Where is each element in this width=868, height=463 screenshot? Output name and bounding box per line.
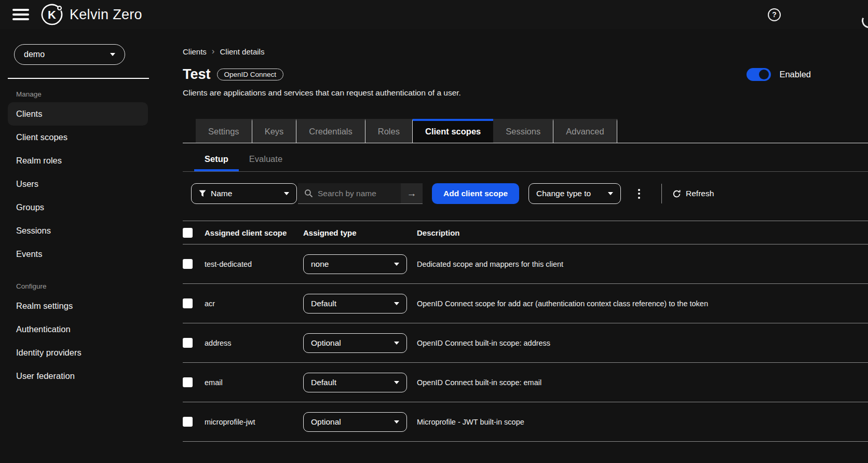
row-checkbox[interactable] xyxy=(183,417,193,427)
col-assigned-type: Assigned type xyxy=(303,228,417,237)
sidebar-item-client-scopes[interactable]: Client scopes xyxy=(8,126,148,149)
scope-description: Dedicated scope and mappers for this cli… xyxy=(417,260,868,268)
tab-roles[interactable]: Roles xyxy=(365,119,413,143)
chevron-down-icon xyxy=(394,302,399,305)
search-placeholder: Search by name xyxy=(318,189,376,198)
toggle-knob xyxy=(759,70,769,79)
app-header: K Kelvin Zero ? xyxy=(0,0,868,29)
sidebar-item-groups[interactable]: Groups xyxy=(8,196,148,219)
sidebar-item-realm-settings[interactable]: Realm settings xyxy=(8,294,148,318)
page-description: Clients are applications and services th… xyxy=(183,88,868,98)
sidebar-item-events[interactable]: Events xyxy=(8,242,148,266)
row-checkbox[interactable] xyxy=(183,338,193,348)
realm-selector-value: demo xyxy=(24,50,45,59)
assigned-type-value: Default xyxy=(311,378,336,387)
tab-keys[interactable]: Keys xyxy=(252,119,297,143)
scope-name-link[interactable]: email xyxy=(205,378,303,387)
row-checkbox[interactable] xyxy=(183,298,193,308)
scope-name-link[interactable]: address xyxy=(205,339,303,347)
sidebar: demo Manage Clients Client scopes Realm … xyxy=(0,29,171,463)
search-input[interactable]: Search by name xyxy=(298,183,401,204)
subtab-evaluate[interactable]: Evaluate xyxy=(239,151,293,171)
sidebar-item-realm-roles[interactable]: Realm roles xyxy=(8,149,148,172)
refresh-icon xyxy=(672,189,681,198)
search-submit-button[interactable]: → xyxy=(401,183,423,204)
sidebar-item-sessions[interactable]: Sessions xyxy=(8,219,148,242)
assigned-type-value: none xyxy=(311,260,329,269)
table-row: test-dedicated none Dedicated scope and … xyxy=(183,244,868,284)
assigned-type-dropdown[interactable]: Default xyxy=(303,294,407,314)
col-description: Description xyxy=(417,228,868,237)
enabled-toggle[interactable] xyxy=(747,68,771,81)
sidebar-item-clients[interactable]: Clients xyxy=(8,102,148,126)
assigned-type-value: Default xyxy=(311,299,336,308)
filter-icon xyxy=(199,190,206,197)
breadcrumb-separator-icon: › xyxy=(212,46,215,57)
col-assigned-client-scope: Assigned client scope xyxy=(205,228,303,237)
assigned-type-value: Optional xyxy=(311,417,341,427)
assigned-type-dropdown[interactable]: Optional xyxy=(303,333,407,353)
scope-name-link[interactable]: acr xyxy=(205,299,303,308)
breadcrumb-current: Client details xyxy=(220,47,265,56)
refresh-button[interactable]: Refresh xyxy=(672,189,714,198)
realm-selector[interactable]: demo xyxy=(14,44,125,65)
add-client-scope-button[interactable]: Add client scope xyxy=(432,183,519,204)
client-detail-tabs: Settings Keys Credentials Roles Client s… xyxy=(183,119,868,143)
search-icon xyxy=(304,189,313,198)
table-toolbar: Name Search by name → Add client scope C… xyxy=(183,183,868,204)
arrow-right-icon: → xyxy=(407,188,417,199)
tab-advanced[interactable]: Advanced xyxy=(553,119,617,143)
main-content: Clients › Client details Test OpenID Con… xyxy=(171,29,868,463)
table-header-row: Assigned client scope Assigned type Desc… xyxy=(183,221,868,244)
sidebar-item-identity-providers[interactable]: Identity providers xyxy=(8,341,148,364)
change-type-label: Change type to xyxy=(536,189,591,198)
assigned-type-dropdown[interactable]: Optional xyxy=(303,412,407,432)
tab-client-scopes[interactable]: Client scopes xyxy=(413,119,493,143)
tab-sessions[interactable]: Sessions xyxy=(493,119,553,143)
enabled-label: Enabled xyxy=(779,70,811,79)
kebab-menu-icon[interactable] xyxy=(628,183,650,204)
row-checkbox[interactable] xyxy=(183,259,193,269)
select-all-checkbox[interactable] xyxy=(183,228,193,238)
chevron-down-icon xyxy=(110,53,115,56)
table-row: acr Default OpenID Connect scope for add… xyxy=(183,284,868,323)
refresh-label: Refresh xyxy=(686,189,714,198)
subtab-setup[interactable]: Setup xyxy=(194,151,239,171)
sidebar-item-users[interactable]: Users xyxy=(8,172,148,196)
sidebar-item-user-federation[interactable]: User federation xyxy=(8,364,148,388)
nav-section-manage: Manage xyxy=(16,90,171,98)
filter-type-dropdown[interactable]: Name xyxy=(191,183,297,204)
help-icon[interactable]: ? xyxy=(768,8,781,21)
chevron-down-icon xyxy=(394,420,399,424)
assigned-type-value: Optional xyxy=(311,338,341,348)
toolbar-divider xyxy=(661,184,662,203)
menu-icon[interactable] xyxy=(12,9,29,20)
scope-description: OpenID Connect built-in scope: address xyxy=(417,339,868,347)
scope-name-link[interactable]: microprofile-jwt xyxy=(205,418,303,426)
assigned-type-dropdown[interactable]: Default xyxy=(303,373,407,392)
chevron-down-icon xyxy=(284,192,289,195)
change-type-dropdown[interactable]: Change type to xyxy=(528,183,621,204)
svg-text:K: K xyxy=(48,8,56,21)
chevron-down-icon xyxy=(394,342,399,345)
client-scopes-subtabs: Setup Evaluate xyxy=(183,143,868,172)
page-title: Test xyxy=(183,66,211,83)
breadcrumb: Clients › Client details xyxy=(183,46,868,57)
sidebar-divider xyxy=(8,78,149,79)
table-row: email Default OpenID Connect built-in sc… xyxy=(183,363,868,402)
scope-description: Microprofile - JWT built-in scope xyxy=(417,418,868,426)
protocol-badge: OpenID Connect xyxy=(217,69,284,80)
sidebar-item-authentication[interactable]: Authentication xyxy=(8,318,148,341)
table-row: address Optional OpenID Connect built-in… xyxy=(183,323,868,363)
tab-settings[interactable]: Settings xyxy=(196,119,252,143)
chevron-down-icon xyxy=(608,192,613,195)
nav-section-configure: Configure xyxy=(16,282,171,290)
assigned-type-dropdown[interactable]: none xyxy=(303,254,407,274)
breadcrumb-clients-link[interactable]: Clients xyxy=(183,47,207,56)
client-scopes-table: Assigned client scope Assigned type Desc… xyxy=(183,221,868,442)
tab-credentials[interactable]: Credentials xyxy=(296,119,365,143)
row-checkbox[interactable] xyxy=(183,377,193,387)
scope-name-link[interactable]: test-dedicated xyxy=(205,260,303,268)
partial-user-icon[interactable] xyxy=(860,11,868,29)
brand: K Kelvin Zero xyxy=(40,3,142,26)
